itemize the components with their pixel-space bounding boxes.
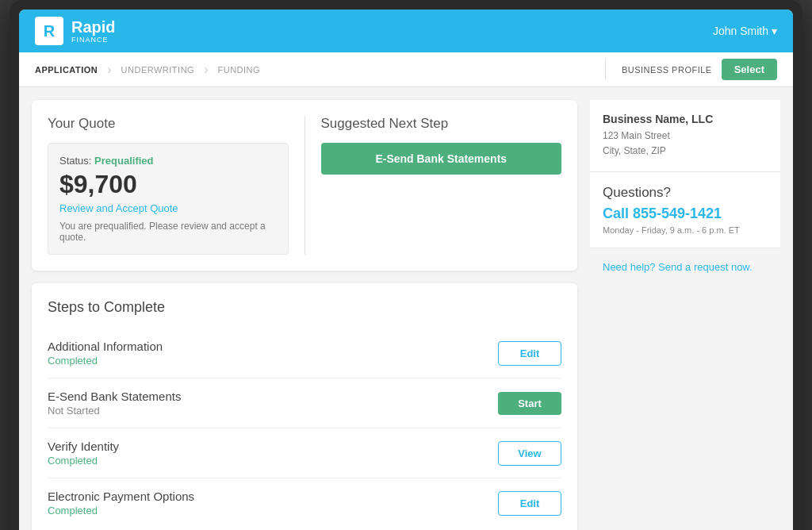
questions-title: Questions? — [603, 185, 768, 201]
step-name-payment-options: Electronic Payment Options — [48, 490, 194, 503]
address-line2: City, State, ZIP — [603, 145, 666, 156]
steps-title: Steps to Complete — [48, 299, 561, 316]
step-name-esend: E-Send Bank Statements — [48, 390, 181, 403]
breadcrumb-step-underwriting[interactable]: Underwriting — [121, 65, 195, 75]
suggested-next-title: Suggested Next Step — [321, 116, 562, 132]
business-profile-label: Business Profile — [622, 65, 712, 75]
status-value: Prequalified — [94, 155, 153, 167]
select-button[interactable]: Select — [722, 59, 777, 80]
your-quote-title: Your Quote — [48, 116, 289, 132]
step-info-esend: E-Send Bank Statements Not Started — [48, 390, 181, 417]
quote-card: Your Quote Status: Prequalified $9,700 R… — [32, 100, 577, 271]
step-item-esend: E-Send Bank Statements Not Started Start — [48, 378, 561, 428]
step-status-esend: Not Started — [48, 405, 181, 417]
device-frame: R Rapid Finance John Smith ▾ Application… — [10, 0, 802, 530]
phone-number[interactable]: Call 855-549-1421 — [603, 205, 768, 222]
step-status-verify-identity: Completed — [48, 455, 119, 467]
quote-box: Status: Prequalified $9,700 Review and A… — [48, 143, 289, 255]
business-name: Business Name, LLC — [603, 113, 768, 125]
step-btn-payment-options[interactable]: Edit — [498, 491, 561, 516]
quote-right: Suggested Next Step E-Send Bank Statemen… — [304, 116, 562, 255]
step-item-additional-info: Additional Information Completed Edit — [48, 328, 561, 378]
status-label: Status: — [59, 155, 91, 167]
step-name-verify-identity: Verify Identity — [48, 440, 119, 453]
breadcrumb-steps: Application › Underwriting › Funding — [35, 63, 605, 77]
breadcrumb-step-application[interactable]: Application — [35, 65, 98, 75]
business-address: 123 Main Street City, State, ZIP — [603, 129, 768, 159]
step-info-additional-info: Additional Information Completed — [48, 340, 163, 367]
right-sidebar: Business Name, LLC 123 Main Street City,… — [590, 100, 780, 530]
steps-card: Steps to Complete Additional Information… — [32, 283, 577, 530]
chevron-down-icon: ▾ — [772, 25, 777, 37]
brand-sub: Finance — [71, 36, 116, 44]
step-info-payment-options: Electronic Payment Options Completed — [48, 490, 194, 517]
breadcrumb-step-funding[interactable]: Funding — [217, 65, 260, 75]
step-name-additional-info: Additional Information — [48, 340, 163, 353]
quote-amount: $9,700 — [59, 170, 277, 199]
user-name: John Smith — [713, 25, 768, 37]
breadcrumb-arrow-1: › — [107, 63, 111, 77]
step-status-additional-info: Completed — [48, 355, 163, 367]
address-line1: 123 Main Street — [603, 130, 670, 141]
user-menu[interactable]: John Smith ▾ — [713, 25, 777, 37]
step-btn-additional-info[interactable]: Edit — [498, 341, 561, 366]
logo-icon: R — [35, 17, 63, 45]
step-btn-esend[interactable]: Start — [498, 392, 561, 415]
esend-bank-statements-button[interactable]: E-Send Bank Statements — [321, 143, 562, 175]
quote-left: Your Quote Status: Prequalified $9,700 R… — [48, 116, 289, 255]
device-inner: R Rapid Finance John Smith ▾ Application… — [19, 10, 793, 530]
quote-desc: You are prequalified. Please review and … — [59, 221, 277, 243]
breadcrumb-arrow-2: › — [204, 63, 208, 77]
status-line: Status: Prequalified — [59, 155, 277, 167]
review-accept-link[interactable]: Review and Accept Quote — [59, 202, 277, 214]
step-info-verify-identity: Verify Identity Completed — [48, 440, 119, 467]
step-item-payment-options: Electronic Payment Options Completed Edi… — [48, 478, 561, 528]
left-panel: Your Quote Status: Prequalified $9,700 R… — [32, 100, 577, 530]
step-status-payment-options: Completed — [48, 505, 194, 517]
sidebar-business-card: Business Name, LLC 123 Main Street City,… — [590, 100, 780, 172]
sidebar-questions-card: Questions? Call 855-549-1421 Monday - Fr… — [590, 172, 780, 248]
brand-name: Rapid — [71, 18, 116, 36]
step-btn-verify-identity[interactable]: View — [498, 441, 561, 466]
main-content: Your Quote Status: Prequalified $9,700 R… — [19, 87, 793, 530]
breadcrumb-nav: Application › Underwriting › Funding Bus… — [19, 52, 793, 87]
quote-two-col: Your Quote Status: Prequalified $9,700 R… — [48, 116, 561, 255]
logo-area: R Rapid Finance — [35, 17, 116, 45]
hours-text: Monday - Friday, 9 a.m. - 6 p.m. ET — [603, 225, 768, 235]
app-header: R Rapid Finance John Smith ▾ — [19, 10, 793, 52]
logo-text: Rapid Finance — [71, 18, 116, 44]
business-profile-nav: Business Profile Select — [605, 59, 777, 80]
help-link[interactable]: Need help? Send a request now. — [590, 248, 780, 286]
step-item-verify-identity: Verify Identity Completed View — [48, 428, 561, 478]
